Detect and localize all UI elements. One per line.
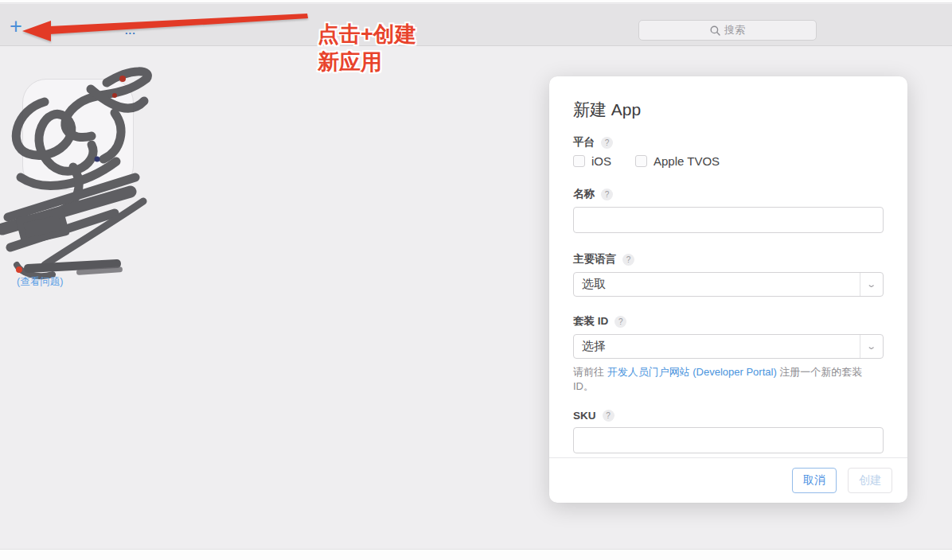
name-label: 名称 [573,187,595,201]
app-icon[interactable] [22,79,134,190]
annotation-line1: 点击+创建 [318,21,416,49]
overflow-dots[interactable]: ... [125,25,136,37]
bundle-id-selected-value: 选择 [574,339,860,354]
platform-label-row: 平台 ? [573,135,884,150]
status-dot-icon [16,266,22,273]
platform-options: iOS Apple TVOS [573,154,884,168]
apple-tvos-label: Apple TVOS [654,154,720,168]
language-label: 主要语言 [573,252,616,266]
sku-label-row: SKU ? [573,410,884,422]
primary-language-select[interactable]: 选取 ⌄ [573,272,884,297]
bottom-strip [0,549,952,560]
search-icon [710,25,720,36]
ios-label: iOS [591,154,611,168]
language-label-row: 主要语言 ? [573,252,884,266]
ios-checkbox[interactable] [573,155,585,167]
search-placeholder: 搜索 [724,23,745,37]
app-name-input[interactable] [573,207,884,233]
app-store-connect-page: + ... 搜索 点击+创建 新应用 [0,0,952,560]
new-app-dialog: 新建 App 平台 ? iOS Apple TVOS 名称 ? 主要语言 ? 选… [549,76,907,503]
help-icon[interactable]: ? [601,189,613,200]
developer-portal-link[interactable]: 开发人员门户网站 (Developer Portal) [607,366,777,378]
help-icon[interactable]: ? [615,316,626,328]
help-icon[interactable]: ? [601,137,613,149]
apple-tvos-checkbox[interactable] [635,155,647,167]
view-issues-link[interactable]: (查看问题) [17,275,63,289]
chevron-down-icon: ⌄ [860,335,883,358]
sku-input[interactable] [573,427,884,453]
search-input[interactable]: 搜索 [638,20,817,41]
bundle-id-helper-text: 请前往 开发人员门户网站 (Developer Portal) 注册一个新的套装… [573,365,884,394]
language-selected-value: 选取 [574,277,860,292]
dialog-title: 新建 App [573,99,884,121]
platform-label: 平台 [573,135,595,150]
platform-option-tvos: Apple TVOS [635,154,720,168]
sku-label: SKU [573,410,596,422]
top-strip [0,0,952,3]
add-app-button[interactable]: + [5,15,27,37]
toolbar: + ... 搜索 [0,4,952,46]
helper-prefix: 请前往 [573,366,607,378]
annotation-line2: 新应用 [318,49,416,76]
create-button[interactable]: 创建 [848,468,892,493]
help-icon[interactable]: ? [603,410,615,422]
bundle-id-select[interactable]: 选择 ⌄ [573,334,884,359]
bundle-id-label-row: 套装 ID ? [573,314,884,329]
bundle-id-label: 套装 ID [573,314,608,329]
dialog-footer: 取消 创建 [549,457,907,503]
help-icon[interactable]: ? [622,254,634,266]
chevron-down-icon: ⌄ [860,273,883,296]
platform-option-ios: iOS [573,154,611,168]
cancel-button[interactable]: 取消 [792,468,837,493]
annotation-text: 点击+创建 新应用 [318,21,416,76]
name-label-row: 名称 ? [573,187,884,201]
